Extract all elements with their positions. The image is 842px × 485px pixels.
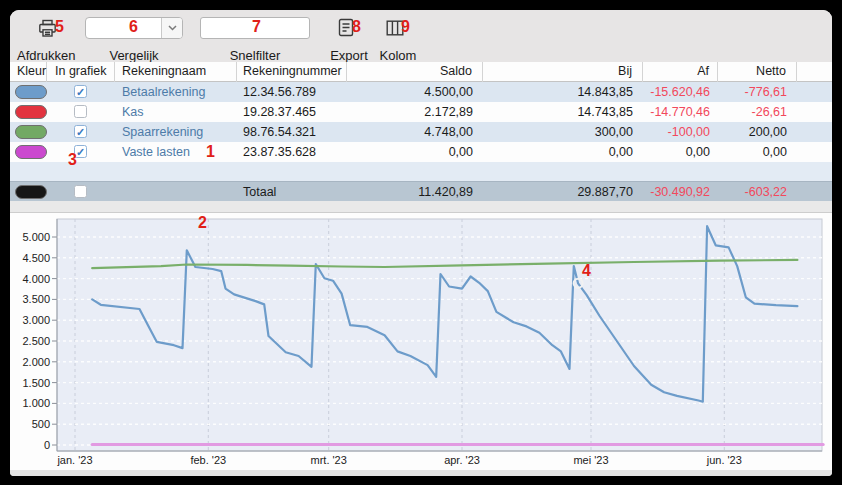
- saldo-value: 2.172,89: [347, 102, 473, 122]
- table-row-vaste-lasten[interactable]: Vaste lasten 23.87.35.628 0,00 0,00 0,00…: [10, 142, 832, 162]
- callout-number-2: 2: [198, 214, 207, 232]
- print-label: Afdrukken: [17, 48, 75, 63]
- table-row-total: Totaal 11.420,89 29.887,70 -30.490,92 -6…: [10, 181, 832, 201]
- account-number: 98.76.54.321: [243, 122, 347, 142]
- chart-svg: jan. '23feb. '23mrt. '23apr. '23mei '23j…: [10, 213, 832, 471]
- svg-text:3.000: 3.000: [22, 314, 50, 326]
- bij-value: 300,00: [483, 122, 633, 142]
- bij-value: 14.843,85: [483, 82, 633, 102]
- svg-text:mrt. '23: mrt. '23: [311, 454, 347, 466]
- in-graph-checkbox[interactable]: [74, 125, 87, 138]
- callout-number-9: 9: [401, 18, 410, 36]
- callout-number-6: 6: [129, 18, 138, 36]
- header-rekeningnaam[interactable]: Rekeningnaam: [115, 62, 237, 82]
- af-value: 0,00: [643, 142, 710, 162]
- svg-text:jan. '23: jan. '23: [56, 454, 92, 466]
- svg-text:5.000: 5.000: [22, 231, 50, 243]
- account-name: Kas: [122, 102, 237, 122]
- account-number: 23.87.35.628: [243, 142, 347, 162]
- saldo-value: 4.500,00: [347, 82, 473, 102]
- header-bij[interactable]: Bij: [483, 62, 643, 82]
- header-af[interactable]: Af: [643, 62, 718, 82]
- window-bottom-margin: [10, 470, 832, 476]
- svg-text:mei '23: mei '23: [573, 454, 608, 466]
- table-row-empty: [10, 162, 832, 181]
- netto-value: -26,61: [718, 102, 787, 122]
- account-number: 12.34.56.789: [243, 82, 347, 102]
- total-label: Totaal: [243, 182, 347, 202]
- callout-number-3: 3: [68, 151, 77, 169]
- callout-number-5: 5: [55, 18, 64, 36]
- table-row-spaarrekening[interactable]: Spaarrekening 98.76.54.321 4.748,00 300,…: [10, 122, 832, 142]
- callout-number-7: 7: [252, 18, 261, 36]
- af-value: -100,00: [643, 122, 710, 142]
- color-pill[interactable]: [15, 105, 47, 119]
- compare-label: Vergelijk: [85, 48, 183, 63]
- callout-number-1: 1: [206, 143, 215, 161]
- svg-text:500: 500: [32, 418, 50, 430]
- svg-text:1.000: 1.000: [22, 397, 50, 409]
- netto-value: -776,61: [718, 82, 787, 102]
- account-number: 19.28.37.465: [243, 102, 347, 122]
- bij-value: 14.743,85: [483, 102, 633, 122]
- table-row-betaalrekening[interactable]: Betaalrekening 12.34.56.789 4.500,00 14.…: [10, 82, 832, 102]
- in-graph-checkbox[interactable]: [74, 105, 87, 118]
- color-pill[interactable]: [15, 85, 47, 99]
- table-header: Kleur In grafiek Rekeningnaam Rekeningnu…: [10, 62, 832, 82]
- total-af: -30.490,92: [643, 182, 710, 202]
- netto-value: 0,00: [718, 142, 787, 162]
- header-spacer: [797, 62, 831, 82]
- export-label: Export: [327, 48, 371, 63]
- af-value: -14.770,46: [643, 102, 710, 122]
- svg-text:jun. '23: jun. '23: [706, 454, 742, 466]
- saldo-value: 0,00: [347, 142, 473, 162]
- in-graph-checkbox[interactable]: [74, 85, 87, 98]
- callout-number-4: 4: [582, 262, 591, 280]
- svg-text:3.500: 3.500: [22, 293, 50, 305]
- color-pill: [15, 185, 47, 199]
- in-graph-checkbox[interactable]: [74, 185, 87, 198]
- header-in-grafiek[interactable]: In grafiek: [47, 62, 115, 82]
- total-netto: -603,22: [718, 182, 787, 202]
- account-name: Spaarrekening: [122, 122, 237, 142]
- chevron-down-icon: [161, 18, 182, 38]
- bij-value: 0,00: [483, 142, 633, 162]
- header-saldo[interactable]: Saldo: [347, 62, 483, 82]
- svg-text:2.500: 2.500: [22, 335, 50, 347]
- header-netto[interactable]: Netto: [718, 62, 797, 82]
- account-name: Vaste lasten: [122, 142, 237, 162]
- total-saldo: 11.420,89: [347, 182, 473, 202]
- svg-text:4.000: 4.000: [22, 273, 50, 285]
- color-pill[interactable]: [15, 145, 47, 159]
- header-kleur[interactable]: Kleur: [10, 62, 47, 82]
- svg-text:2.000: 2.000: [22, 356, 50, 368]
- svg-text:0: 0: [44, 439, 50, 451]
- balance-chart[interactable]: jan. '23feb. '23mrt. '23apr. '23mei '23j…: [10, 212, 832, 470]
- app-window: Afdrukken Vergelijk Snelfilter Export: [10, 10, 832, 476]
- table-row-kas[interactable]: Kas 19.28.37.465 2.172,89 14.743,85 -14.…: [10, 102, 832, 122]
- account-name: Betaalrekening: [122, 82, 237, 102]
- svg-text:1.500: 1.500: [22, 377, 50, 389]
- callout-number-8: 8: [352, 18, 361, 36]
- column-label: Kolom: [376, 48, 420, 63]
- svg-text:feb. '23: feb. '23: [190, 454, 226, 466]
- total-bij: 29.887,70: [483, 182, 633, 202]
- header-rekeningnummer[interactable]: Rekeningnummer: [237, 62, 347, 82]
- svg-text:apr. '23: apr. '23: [444, 454, 480, 466]
- quickfilter-label: Snelfilter: [200, 48, 310, 63]
- netto-value: 200,00: [718, 122, 787, 142]
- af-value: -15.620,46: [643, 82, 710, 102]
- svg-text:4.500: 4.500: [22, 252, 50, 264]
- saldo-value: 4.748,00: [347, 122, 473, 142]
- color-pill[interactable]: [15, 125, 47, 139]
